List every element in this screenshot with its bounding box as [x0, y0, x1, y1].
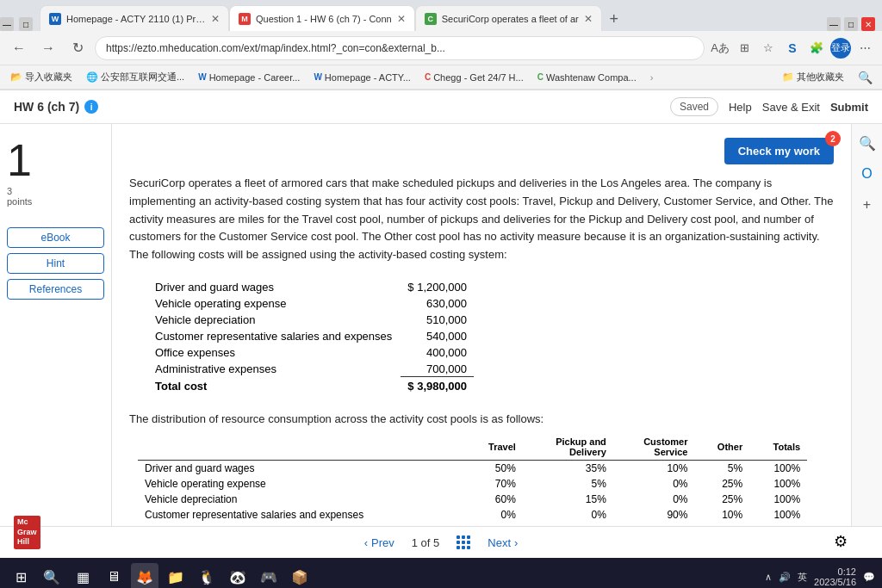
more-bookmarks[interactable]: ›	[647, 72, 657, 83]
dist-r3-other: 25%	[694, 492, 749, 507]
help-btn[interactable]: Help	[729, 101, 752, 114]
tab2-close[interactable]: ✕	[397, 13, 406, 25]
grid-row-1	[457, 535, 470, 539]
tab3-title: SecuriCorp operates a fleet of ar	[442, 14, 579, 24]
taskbar-explorer[interactable]: 📁	[162, 563, 189, 588]
next-btn[interactable]: Next ›	[488, 536, 518, 549]
saved-badge: Saved	[670, 97, 718, 116]
cost-row-5: Office expenses 400,000	[148, 345, 474, 360]
translate-icon[interactable]: Aあ	[710, 38, 730, 59]
s-icon[interactable]: S	[782, 38, 803, 59]
win-minimize[interactable]: —	[827, 17, 841, 31]
dist-r2-label: Vehicle operating expense	[138, 476, 465, 492]
dist-col-totals: Totals	[749, 434, 807, 461]
wash-favicon: C	[537, 72, 543, 82]
address-input[interactable]	[95, 36, 705, 60]
grid-view-btn[interactable]	[457, 535, 470, 549]
fav-icon[interactable]: ☆	[758, 38, 779, 59]
header-right: Saved Help Save & Exit Submit	[670, 97, 868, 116]
mcgraw-hill-logo: Mc Graw Hill	[14, 516, 40, 549]
taskbar-monitor[interactable]: 🖥	[100, 563, 127, 588]
cost-row-6: Administrative expenses 700,000	[148, 362, 474, 377]
grid-row-3	[457, 546, 470, 549]
tab-2[interactable]: M Question 1 - HW 6 (ch 7) - Conn ✕	[229, 5, 415, 31]
right-add-btn[interactable]: +	[855, 193, 879, 217]
taskbar-search[interactable]: 🔍	[38, 563, 65, 588]
ebook-link[interactable]: eBook	[7, 227, 104, 248]
profile-icon[interactable]: 登录	[830, 38, 851, 59]
question-text: SecuriCorp operates a fleet of armored c…	[129, 175, 834, 264]
content-area: 1 3 points eBook Hint References Check m…	[0, 124, 882, 526]
taskbar-browser[interactable]: 🦊	[131, 563, 158, 588]
system-tray: ∧ 🔊 英 0:12 2023/5/16 💬	[765, 566, 875, 587]
bookmark-washtenaw[interactable]: C Washtenaw Compa...	[534, 71, 640, 84]
taskbar-penguin[interactable]: 🐧	[193, 563, 220, 588]
tray-wedge[interactable]: ∧	[765, 572, 772, 583]
taskbar-package[interactable]: 📦	[286, 563, 314, 588]
bookmark-homepage-career[interactable]: W Homepage - Career...	[195, 71, 303, 84]
cost-label-3: Vehicle depreciation	[148, 313, 399, 327]
save-exit-btn[interactable]: Save & Exit	[762, 101, 820, 114]
search-sidebar-btn[interactable]: 🔍	[854, 67, 875, 88]
hint-link[interactable]: Hint	[7, 253, 104, 274]
forward-btn[interactable]: →	[36, 36, 60, 60]
settings-btn[interactable]: ⚙	[834, 532, 848, 551]
w2-favicon: W	[314, 72, 321, 82]
taskbar-panda[interactable]: 🐼	[224, 563, 252, 588]
dist-r1-travel: 50%	[465, 460, 523, 476]
taskbar-game[interactable]: 🎮	[255, 563, 283, 588]
tab3-close[interactable]: ✕	[584, 13, 593, 25]
maximize-btn[interactable]: □	[19, 17, 33, 31]
win-close[interactable]: ✕	[861, 17, 875, 31]
tray-notification[interactable]: 💬	[863, 572, 875, 583]
new-tab-btn[interactable]: +	[602, 7, 626, 31]
bookmarks-bar: 📂 导入收藏夹 🌐 公安部互联网交通... W Homepage - Caree…	[0, 65, 882, 90]
tab-3[interactable]: C SecuriCorp operates a fleet of ar ✕	[415, 5, 602, 31]
folder-icon: 📁	[782, 71, 794, 83]
dist-row-4: Customer representative salaries and exp…	[138, 507, 807, 523]
dist-col-customer: CustomerService	[613, 434, 695, 461]
address-bar: ← → ↻ Aあ ⊞ ☆ S 🧩 登录 ⋯	[0, 31, 882, 65]
bookmark-chegg[interactable]: C Chegg - Get 24/7 H...	[421, 71, 527, 84]
dist-r2-other: 25%	[694, 476, 749, 492]
win-restore[interactable]: □	[844, 17, 858, 31]
references-link[interactable]: References	[7, 279, 104, 300]
app-header: HW 6 (ch 7) i Saved Help Save & Exit Sub…	[0, 90, 882, 124]
browser-chrome: — □ W Homepage - ACTY 2110 (1) Princ ✕ M…	[0, 0, 882, 90]
right-search-btn[interactable]: 🔍	[855, 131, 879, 155]
bookmark-homepage-acty[interactable]: W Homepage - ACTY...	[310, 71, 414, 84]
submit-btn[interactable]: Submit	[830, 101, 868, 114]
dist-r2-travel: 70%	[465, 476, 523, 492]
cost-label-4: Customer representative salaries and exp…	[148, 329, 399, 344]
bookmark-import[interactable]: 📂 导入收藏夹	[7, 69, 76, 85]
app-layout: HW 6 (ch 7) i Saved Help Save & Exit Sub…	[0, 90, 882, 558]
right-outlook-btn[interactable]: O	[855, 162, 879, 186]
tray-lang[interactable]: 英	[798, 571, 807, 584]
cost-value-3: 510,000	[401, 313, 474, 327]
cost-label-2: Vehicle operating expense	[148, 296, 399, 311]
time-display: 0:12	[814, 566, 856, 577]
ext-icon[interactable]: 🧩	[806, 38, 827, 59]
bookmark-other[interactable]: 📁 其他收藏夹	[779, 69, 848, 85]
back-btn[interactable]: ←	[7, 36, 31, 60]
taskbar-start[interactable]: ⊞	[7, 563, 34, 588]
check-work-btn[interactable]: Check my work 2	[724, 138, 834, 164]
minimize-btn[interactable]: —	[0, 17, 14, 31]
bookmark-mps[interactable]: 🌐 公安部互联网交通...	[83, 69, 188, 85]
refresh-btn[interactable]: ↻	[65, 36, 90, 60]
question-area[interactable]: Check my work 2 SecuriCorp operates a fl…	[112, 124, 851, 526]
dist-r1-total: 100%	[749, 460, 807, 476]
more-btn[interactable]: ⋯	[854, 38, 875, 59]
tray-volume[interactable]: 🔊	[779, 572, 791, 583]
sidebar: 1 3 points eBook Hint References	[0, 124, 112, 526]
tab-1[interactable]: W Homepage - ACTY 2110 (1) Princ ✕	[40, 5, 229, 31]
logo-box: Mc Graw Hill	[14, 516, 40, 549]
tab1-close[interactable]: ✕	[211, 13, 220, 25]
taskbar-taskview[interactable]: ▦	[69, 563, 96, 588]
taskbar: ⊞ 🔍 ▦ 🖥 🦊 📁 🐧 🐼 🎮 📦 ∧ 🔊 英 0:12 2023/5/16…	[0, 558, 882, 588]
dist-col-travel: Travel	[465, 434, 523, 461]
next-label: Next	[488, 536, 511, 549]
read-icon[interactable]: ⊞	[734, 38, 755, 59]
prev-btn[interactable]: ‹ Prev	[364, 536, 394, 549]
info-icon[interactable]: i	[84, 100, 98, 114]
